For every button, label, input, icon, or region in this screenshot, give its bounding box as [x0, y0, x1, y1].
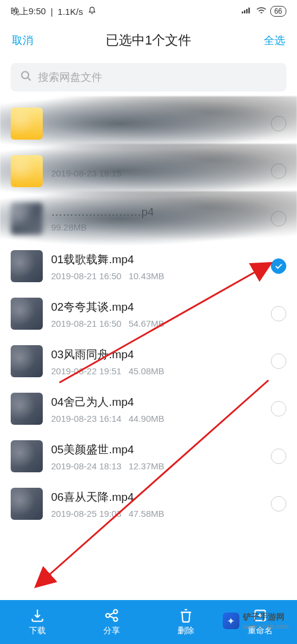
- file-thumbnail: [11, 440, 43, 472]
- cancel-button[interactable]: 取消: [12, 33, 33, 48]
- file-name: 06喜从天降.mp4: [51, 490, 263, 505]
- file-thumbnail: [11, 393, 43, 425]
- file-meta: 2019-08-23 16:15: [51, 168, 263, 178]
- battery-indicator: 66: [270, 6, 286, 17]
- file-row[interactable]: 06喜从天降.mp42019-08-25 19:0347.58MB: [11, 480, 286, 528]
- svg-rect-1: [244, 10, 245, 13]
- page-title: 已选中1个文件: [106, 31, 191, 49]
- select-checkbox[interactable]: [271, 258, 286, 274]
- file-info: 05美颜盛世.mp42019-08-24 18:1312.37MB: [51, 442, 263, 471]
- file-name: 01载歌载舞.mp4: [51, 252, 263, 267]
- search-placeholder: 搜索网盘文件: [38, 70, 102, 84]
- search-input[interactable]: 搜索网盘文件: [11, 63, 286, 91]
- file-info: [51, 122, 263, 125]
- svg-rect-2: [246, 9, 247, 14]
- file-row[interactable]: 05美颜盛世.mp42019-08-24 18:1312.37MB: [11, 433, 286, 480]
- file-meta: 2019-08-24 18:1312.37MB: [51, 461, 263, 471]
- svg-point-4: [22, 71, 29, 78]
- search-icon: [20, 70, 32, 85]
- file-info: 04舍己为人.mp42019-08-23 16:1444.90MB: [51, 394, 263, 424]
- svg-rect-0: [242, 11, 243, 13]
- file-thumbnail: [11, 345, 43, 377]
- file-row[interactable]: 01载歌载舞.mp42019-08-21 16:5010.43MB: [11, 242, 286, 290]
- file-info: 03风雨同舟.mp42019-08-22 19:5145.08MB: [51, 347, 263, 376]
- svg-rect-3: [248, 7, 249, 13]
- file-thumbnail: [11, 298, 43, 330]
- file-row[interactable]: ……………………p499.28MB: [11, 195, 286, 242]
- file-name: 02夸夸其谈.mp4: [51, 299, 263, 315]
- file-thumbnail: [11, 250, 43, 282]
- file-thumbnail: [11, 488, 43, 520]
- svg-point-5: [106, 614, 110, 618]
- svg-point-7: [113, 617, 118, 621]
- file-name: 04舍己为人.mp4: [51, 394, 263, 410]
- file-name: 05美颜盛世.mp4: [51, 442, 263, 457]
- select-checkbox[interactable]: [271, 496, 286, 512]
- select-all-button[interactable]: 全选: [264, 33, 285, 48]
- file-meta: 2019-08-23 16:1444.90MB: [51, 413, 263, 424]
- file-meta: 2019-08-22 19:5145.08MB: [51, 366, 263, 376]
- file-meta: 2019-08-25 19:0347.58MB: [51, 509, 263, 519]
- selection-header: 取消 已选中1个文件 全选: [0, 23, 297, 58]
- watermark: ✦ 铲子手游网 www.czjxjc.com: [223, 612, 289, 630]
- watermark-logo-icon: ✦: [223, 613, 239, 629]
- download-button[interactable]: 下载: [0, 600, 74, 644]
- file-name: ……………………p4: [51, 206, 263, 219]
- select-checkbox[interactable]: [271, 353, 286, 369]
- file-row[interactable]: 02夸夸其谈.mp42019-08-21 16:5054.67MB: [11, 290, 286, 337]
- share-button[interactable]: 分享: [74, 600, 148, 644]
- file-row[interactable]: 03风雨同舟.mp42019-08-22 19:5145.08MB: [11, 337, 286, 385]
- file-list: 2019-08-23 16:15……………………p499.28MB01载歌载舞.…: [0, 100, 297, 528]
- file-thumbnail: [11, 155, 43, 187]
- bell-icon: [88, 7, 96, 17]
- file-row[interactable]: 2019-08-23 16:15: [11, 147, 286, 195]
- select-checkbox[interactable]: [271, 163, 286, 179]
- status-bar: 晚上9:50 | 1.1K/s 66: [0, 0, 297, 23]
- file-thumbnail: [11, 108, 43, 140]
- file-meta: 2019-08-21 16:5010.43MB: [51, 271, 263, 281]
- select-checkbox[interactable]: [271, 449, 286, 464]
- select-checkbox[interactable]: [271, 116, 286, 131]
- file-meta: 2019-08-21 16:5054.67MB: [51, 318, 263, 329]
- wifi-icon: [256, 7, 267, 17]
- status-net: 1.1K/s: [58, 7, 83, 17]
- file-info: 2019-08-23 16:15: [51, 165, 263, 178]
- file-info: 06喜从天降.mp42019-08-25 19:0347.58MB: [51, 490, 263, 519]
- file-info: ……………………p499.28MB: [51, 206, 263, 232]
- file-info: 02夸夸其谈.mp42019-08-21 16:5054.67MB: [51, 299, 263, 329]
- delete-button[interactable]: 删除: [148, 600, 223, 644]
- status-time: 晚上9:50: [11, 6, 46, 17]
- file-row[interactable]: [11, 100, 286, 147]
- signal-icon: [242, 7, 252, 17]
- file-name: 03风雨同舟.mp4: [51, 347, 263, 362]
- file-thumbnail: [11, 203, 43, 235]
- file-row[interactable]: 04舍己为人.mp42019-08-23 16:1444.90MB: [11, 385, 286, 433]
- select-checkbox[interactable]: [271, 211, 286, 226]
- file-meta: 99.28MB: [51, 222, 263, 232]
- select-checkbox[interactable]: [271, 306, 286, 321]
- select-checkbox[interactable]: [271, 401, 286, 416]
- file-info: 01载歌载舞.mp42019-08-21 16:5010.43MB: [51, 252, 263, 281]
- svg-point-6: [113, 610, 118, 614]
